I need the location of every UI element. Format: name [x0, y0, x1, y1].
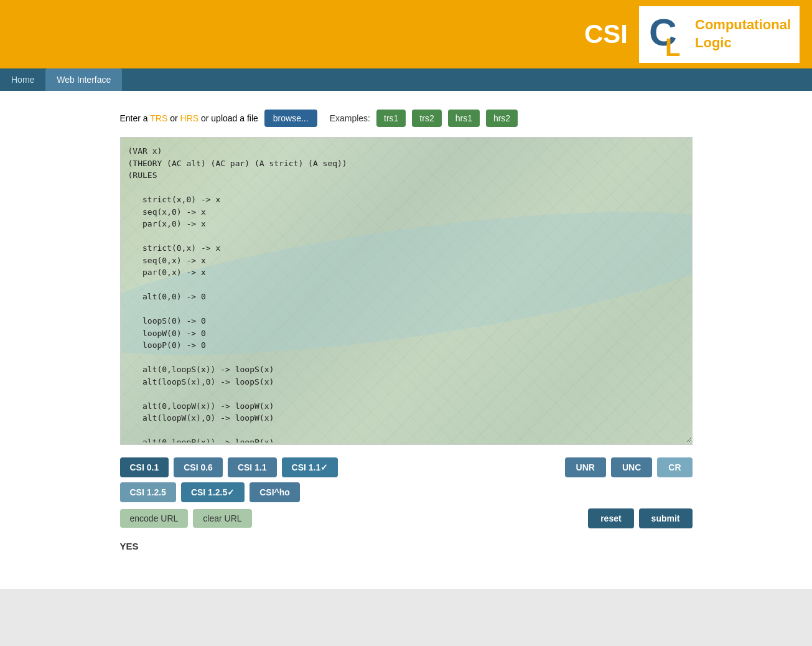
version-row-1: CSI 0.1 CSI 0.6 CSI 1.1 CSI 1.1✓ [120, 457, 338, 477]
csi-125-check-button[interactable]: CSI 1.2.5✓ [181, 482, 245, 502]
enter-label: Enter a TRS or HRS or upload a file [120, 113, 258, 123]
action-buttons-row: CSI 0.1 CSI 0.6 CSI 1.1 CSI 1.1✓ CSI 1.2… [120, 457, 693, 502]
logo-text: Computational Logic [695, 16, 791, 52]
nav-web-interface[interactable]: Web Interface [45, 68, 122, 91]
header-logo: CSI C L Computational Logic [584, 6, 800, 63]
logo-c: C [695, 17, 705, 32]
nav-home[interactable]: Home [0, 68, 45, 91]
cr-button[interactable]: CR [657, 457, 692, 477]
csi-11-check-button[interactable]: CSI 1.1✓ [282, 457, 338, 477]
nav: Home Web Interface [0, 68, 812, 91]
url-left-buttons: encode URL clear URL [120, 509, 252, 528]
url-right-buttons: reset submit [588, 508, 692, 528]
logo-box: C L Computational Logic [639, 6, 800, 63]
version-buttons-group: CSI 0.1 CSI 0.6 CSI 1.1 CSI 1.1✓ CSI 1.2… [120, 457, 338, 502]
trs-link[interactable]: TRS [150, 113, 167, 123]
examples-label: Examples: [330, 113, 370, 123]
reset-button[interactable]: reset [588, 508, 633, 528]
code-area-wrapper [120, 137, 693, 445]
csi-11-button[interactable]: CSI 1.1 [228, 457, 277, 477]
csi-01-button[interactable]: CSI 0.1 [120, 457, 169, 477]
content-area: Enter a TRS or HRS or upload a file brow… [108, 110, 705, 551]
browse-button[interactable]: browse... [264, 110, 317, 127]
encode-url-button[interactable]: encode URL [120, 509, 189, 528]
submit-button[interactable]: submit [639, 508, 693, 528]
header-csi-text: CSI [584, 19, 628, 49]
svg-text:L: L [665, 34, 680, 58]
example-trs2-button[interactable]: trs2 [412, 110, 441, 127]
result-text: YES [120, 541, 693, 551]
computational-logic-logo: C L [648, 11, 691, 58]
unr-button[interactable]: UNR [565, 457, 606, 477]
main: Enter a TRS or HRS or upload a file brow… [0, 91, 812, 589]
version-row-2: CSI 1.2.5 CSI 1.2.5✓ CSI^ho [120, 482, 338, 502]
example-hrs2-button[interactable]: hrs2 [486, 110, 518, 127]
example-hrs1-button[interactable]: hrs1 [448, 110, 480, 127]
logo-l: L [695, 35, 703, 50]
header: CSI C L Computational Logic [0, 0, 812, 68]
csi-125-button[interactable]: CSI 1.2.5 [120, 482, 176, 502]
code-input[interactable] [121, 138, 692, 442]
clear-url-button[interactable]: clear URL [193, 509, 251, 528]
example-trs1-button[interactable]: trs1 [376, 110, 406, 127]
input-row: Enter a TRS or HRS or upload a file brow… [120, 110, 693, 127]
csi-ho-button[interactable]: CSI^ho [250, 482, 300, 502]
right-action-buttons: UNR UNC CR [565, 457, 693, 477]
hrs-link[interactable]: HRS [180, 113, 199, 123]
url-buttons-row: encode URL clear URL reset submit [120, 508, 693, 528]
unc-button[interactable]: UNC [611, 457, 652, 477]
csi-06-button[interactable]: CSI 0.6 [174, 457, 223, 477]
